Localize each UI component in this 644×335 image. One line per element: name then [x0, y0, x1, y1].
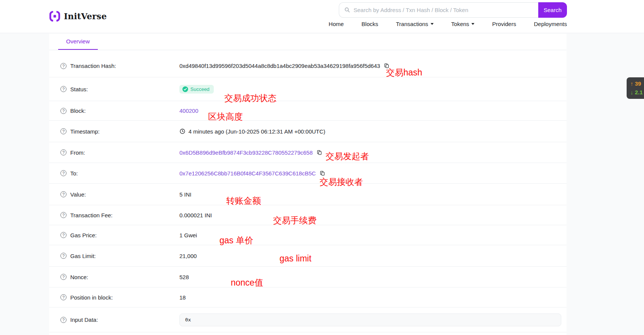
- help-icon: ?: [60, 191, 66, 197]
- help-icon: ?: [60, 274, 66, 280]
- row-label-text: Transaction Hash:: [70, 63, 116, 69]
- annotation-block: 区块高度: [208, 111, 243, 123]
- row-gas-price: ? Gas Price: 1 Gwei gas 单价: [49, 225, 567, 245]
- gas-price-value: 1 Gwei: [179, 232, 197, 238]
- row-transaction-fee: ? Transaction Fee: 0.000021 INI 交易手续费: [49, 205, 567, 225]
- help-icon: ?: [60, 253, 66, 259]
- help-icon: ?: [60, 108, 66, 114]
- row-label-text: From:: [70, 149, 85, 156]
- row-label-text: Input Data:: [70, 317, 98, 323]
- initverse-logo-icon: [49, 11, 60, 22]
- row-status: ? Status: Succeed 交易成功状态: [49, 77, 567, 101]
- position-value: 18: [179, 294, 186, 301]
- search-input[interactable]: [339, 2, 538, 18]
- row-timestamp: ? Timestamp: 4 minutes ago (Jun-10-2025 …: [49, 121, 567, 142]
- annotation-from: 交易发起者: [326, 151, 369, 162]
- help-icon: ?: [60, 149, 66, 155]
- row-input-data: ? Input Data: 0x: [49, 307, 567, 332]
- row-transaction-hash: ? Transaction Hash: 0xd49840f13d99596f20…: [49, 50, 567, 77]
- row-to: ? To: 0x7e1206256C8bb716B0f48C4F3567C639…: [49, 163, 567, 184]
- help-icon: ?: [60, 170, 66, 176]
- value-amount: 5 INI: [179, 191, 192, 198]
- search-input-wrap: [339, 2, 538, 18]
- annotation-value: 转账金额: [226, 195, 261, 207]
- search-button[interactable]: Search: [538, 2, 567, 18]
- gas-limit-value: 21,000: [179, 253, 197, 259]
- annotation-fee: 交易手续费: [273, 215, 317, 226]
- help-icon: ?: [60, 294, 66, 300]
- upload-arrow-icon: ↑: [630, 80, 633, 87]
- timestamp-value: 4 minutes ago (Jun-10-2025 06:12:31 AM +…: [188, 128, 325, 135]
- download-speed: 2.1: [635, 89, 643, 95]
- row-label-text: Nonce:: [70, 274, 88, 280]
- main-nav: Home Blocks Transactions Tokens Provider…: [329, 21, 567, 27]
- row-label-text: Transaction Fee:: [70, 212, 113, 218]
- input-data-box[interactable]: 0x: [179, 313, 561, 326]
- row-label-text: Value:: [70, 191, 86, 198]
- help-icon: ?: [60, 86, 66, 92]
- row-label-text: Gas Limit:: [70, 253, 96, 259]
- row-label-text: Position in block:: [70, 294, 113, 301]
- annotation-nonce: nonce值: [231, 277, 263, 289]
- block-number-link[interactable]: 400200: [179, 108, 198, 114]
- row-label-text: Timestamp:: [70, 128, 100, 135]
- search-group: Search: [339, 2, 567, 18]
- nonce-value: 528: [179, 274, 189, 280]
- network-speed-widget: ↑ 39 ↓ 2.1: [627, 77, 644, 99]
- nav-providers[interactable]: Providers: [492, 21, 516, 27]
- to-address-link[interactable]: 0x7e1206256C8bb716B0f48C4F3567C639C618cB…: [179, 170, 316, 177]
- annotation-to: 交易接收者: [320, 176, 363, 188]
- row-from: ? From: 0x6D5B896d9eBfb9874F3cb93228C780…: [49, 142, 567, 163]
- nav-blocks[interactable]: Blocks: [361, 21, 378, 27]
- check-icon: [182, 86, 188, 92]
- nav-home[interactable]: Home: [329, 21, 344, 27]
- help-icon: ?: [60, 317, 66, 323]
- transaction-detail-card: Overview ? Transaction Hash: 0xd49840f13…: [49, 34, 567, 335]
- nav-tokens[interactable]: Tokens: [451, 21, 475, 27]
- fee-amount: 0.000021 INI: [179, 212, 212, 218]
- clock-icon: [179, 128, 185, 134]
- row-label-text: Block:: [70, 108, 86, 114]
- brand-logo[interactable]: InitVerse: [49, 11, 107, 22]
- row-label-text: Status:: [70, 86, 88, 92]
- dropdown-caret-icon: [471, 23, 474, 25]
- annotation-status: 交易成功状态: [224, 92, 276, 104]
- help-icon: ?: [60, 212, 66, 218]
- header: InitVerse Search Home Blocks Transaction…: [0, 0, 644, 33]
- help-icon: ?: [60, 128, 66, 134]
- annotation-tx-hash: 交易hash: [386, 67, 422, 78]
- upload-speed: 39: [635, 80, 641, 87]
- brand-name: InitVerse: [64, 11, 107, 21]
- download-arrow-icon: ↓: [630, 89, 633, 95]
- row-label-text: To:: [70, 170, 78, 177]
- tab-overview[interactable]: Overview: [58, 34, 98, 50]
- row-position-in-block: ? Position in block: 18: [49, 287, 567, 307]
- row-gas-limit: ? Gas Limit: 21,000 gas limit: [49, 245, 567, 267]
- transaction-hash-value: 0xd49840f13d99596f203d5044a8c8db1a4bc290…: [179, 63, 380, 69]
- annotation-gas-limit: gas limit: [280, 254, 311, 264]
- copy-icon[interactable]: [320, 171, 325, 176]
- row-block: ? Block: 400200 区块高度: [49, 101, 567, 121]
- help-icon: ?: [60, 232, 66, 238]
- help-icon: ?: [60, 63, 66, 69]
- nav-transactions[interactable]: Transactions: [396, 21, 433, 27]
- copy-icon[interactable]: [317, 150, 322, 155]
- dropdown-caret-icon: [431, 23, 434, 25]
- nav-deployments[interactable]: Deployments: [534, 21, 567, 27]
- row-value: ? Value: 5 INI 转账金额: [49, 184, 567, 205]
- tab-bar: Overview: [49, 34, 567, 50]
- search-icon: [344, 7, 350, 13]
- row-nonce: ? Nonce: 528 nonce值: [49, 267, 567, 287]
- from-address-link[interactable]: 0x6D5B896d9eBfb9874F3cb93228C780552279c6…: [179, 149, 313, 156]
- row-label-text: Gas Price:: [70, 232, 97, 238]
- status-badge: Succeed: [179, 85, 214, 94]
- annotation-gas-price: gas 单价: [219, 235, 253, 246]
